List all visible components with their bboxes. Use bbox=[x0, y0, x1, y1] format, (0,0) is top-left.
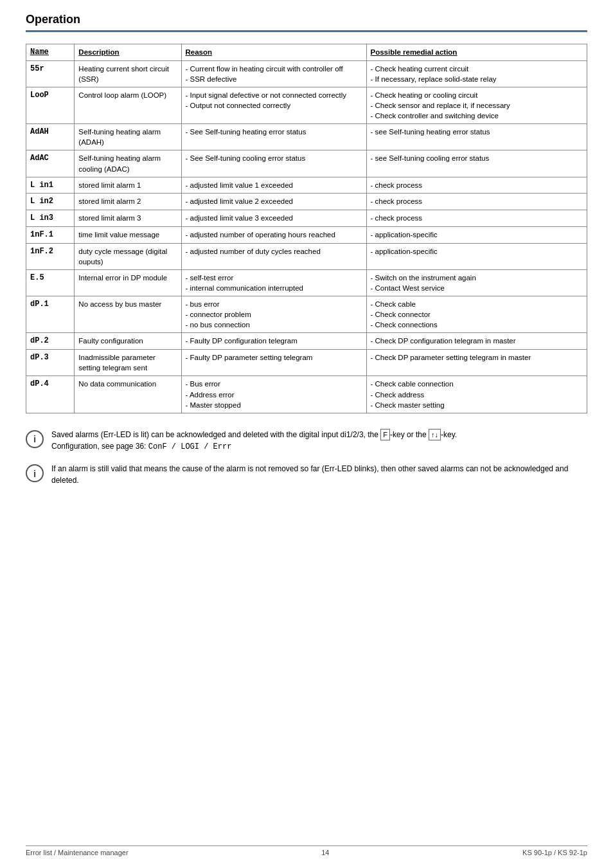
table-row: 1nF.2duty cycle message (digital ouputs)… bbox=[26, 243, 587, 269]
error-description: Heating current short circuit (SSR) bbox=[75, 60, 181, 87]
error-description: stored limit alarm 2 bbox=[75, 194, 181, 210]
error-reason: - adjusted limit value 2 exceeded bbox=[181, 194, 366, 210]
info-box: iIf an alarm is still valid that means t… bbox=[26, 463, 587, 486]
error-action: - application-specific bbox=[366, 227, 587, 244]
info-icon: i bbox=[26, 430, 44, 448]
error-description: stored limit alarm 1 bbox=[75, 177, 181, 194]
error-name: AdAH bbox=[26, 124, 75, 150]
table-row: dP.3Inadmissible parameter setting teleg… bbox=[26, 350, 587, 376]
f-key: F bbox=[380, 429, 390, 441]
error-action: - application-specific bbox=[366, 243, 587, 269]
table-row: dP.4No data communication- Bus error- Ad… bbox=[26, 376, 587, 413]
error-table: Name Description Reason Possible remedia… bbox=[26, 44, 587, 413]
error-name: dP.1 bbox=[26, 296, 75, 333]
error-reason: - See Self-tuning heating error status bbox=[181, 124, 366, 150]
error-name: dP.3 bbox=[26, 350, 75, 376]
error-name: 55r bbox=[26, 60, 75, 87]
error-description: No access by bus master bbox=[75, 296, 181, 333]
error-reason: - Bus error- Address error- Master stopp… bbox=[181, 376, 366, 413]
error-reason: - adjusted limit value 1 exceeded bbox=[181, 177, 366, 194]
info-icon: i bbox=[26, 464, 44, 482]
error-description: Control loop alarm (LOOP) bbox=[75, 87, 181, 123]
error-action: - Check DP configuration telegram in mas… bbox=[366, 333, 587, 350]
table-row: LooPControl loop alarm (LOOP)- Input sig… bbox=[26, 87, 587, 123]
error-name: L in1 bbox=[26, 177, 75, 194]
col-header-action: Possible remedial action bbox=[366, 44, 587, 61]
error-name: 1nF.2 bbox=[26, 243, 75, 269]
error-action: - Check cable- Check connector- Check co… bbox=[366, 296, 587, 333]
error-reason: - bus error- connector problem- no bus c… bbox=[181, 296, 366, 333]
error-reason: - Input signal defective or not connecte… bbox=[181, 87, 366, 123]
table-row: dP.1No access by bus master- bus error- … bbox=[26, 296, 587, 333]
error-action: - Check DP parameter setting telegram in… bbox=[366, 350, 587, 376]
error-action: - Switch on the instrument again- Contac… bbox=[366, 270, 587, 296]
error-description: Faulty configuration bbox=[75, 333, 181, 350]
table-row: AdACSelf-tuning heating alarm cooling (A… bbox=[26, 150, 587, 177]
col-header-name: Name bbox=[26, 44, 75, 61]
error-reason: - See Self-tuning cooling error status bbox=[181, 150, 366, 177]
error-description: Internal error in DP module bbox=[75, 270, 181, 296]
footer-left: Error list / Maintenance manager bbox=[26, 849, 129, 856]
error-name: dP.4 bbox=[26, 376, 75, 413]
table-row: dP.2Faulty configuration- Faulty DP conf… bbox=[26, 333, 587, 350]
table-row: AdAHSelf-tuning heating alarm (ADAH)- Se… bbox=[26, 124, 587, 150]
error-reason: - adjusted number of operating hours rea… bbox=[181, 227, 366, 244]
table-row: 1nF.1time limit value message- adjusted … bbox=[26, 227, 587, 244]
info-box: iSaved alarms (Err-LED is lit) can be ac… bbox=[26, 429, 587, 453]
col-header-description: Description bbox=[75, 44, 181, 61]
error-reason: - adjusted limit value 3 exceeded bbox=[181, 210, 366, 227]
table-row: L in3stored limit alarm 3- adjusted limi… bbox=[26, 210, 587, 227]
error-reason: - Faulty DP parameter setting telegram bbox=[181, 350, 366, 376]
error-name: LooP bbox=[26, 87, 75, 123]
error-name: AdAC bbox=[26, 150, 75, 177]
error-action: - Check heating or cooling circuit- Chec… bbox=[366, 87, 587, 123]
error-description: Self-tuning heating alarm (ADAH) bbox=[75, 124, 181, 150]
footer-right: KS 90-1p / KS 92-1p bbox=[522, 849, 587, 856]
error-description: time limit value message bbox=[75, 227, 181, 244]
page-header: Operation bbox=[26, 13, 587, 32]
error-reason: - self-test error- internal communicatio… bbox=[181, 270, 366, 296]
footer-center: 14 bbox=[321, 849, 329, 856]
table-row: L in2stored limit alarm 2- adjusted limi… bbox=[26, 194, 587, 210]
col-header-reason: Reason bbox=[181, 44, 366, 61]
error-action: - check process bbox=[366, 194, 587, 210]
error-action: - see Self-tuning heating error status bbox=[366, 124, 587, 150]
error-action: - Check heating current circuit- If nece… bbox=[366, 60, 587, 87]
error-name: 1nF.1 bbox=[26, 227, 75, 244]
error-description: Inadmissible parameter setting telegram … bbox=[75, 350, 181, 376]
error-name: L in3 bbox=[26, 210, 75, 227]
error-reason: - adjusted number of duty cycles reached bbox=[181, 243, 366, 269]
error-description: Self-tuning heating alarm cooling (ADAC) bbox=[75, 150, 181, 177]
info-text: Saved alarms (Err-LED is lit) can be ack… bbox=[51, 429, 457, 453]
error-action: - check process bbox=[366, 210, 587, 227]
error-name: L in2 bbox=[26, 194, 75, 210]
error-action: - see Self-tuning cooling error status bbox=[366, 150, 587, 177]
table-row: 55rHeating current short circuit (SSR)- … bbox=[26, 60, 587, 87]
config-text: ConF / LOGI / Errr bbox=[148, 442, 232, 451]
error-name: E.5 bbox=[26, 270, 75, 296]
error-reason: - Current flow in heating circuit with c… bbox=[181, 60, 366, 87]
error-name: dP.2 bbox=[26, 333, 75, 350]
page-footer: Error list / Maintenance manager 14 KS 9… bbox=[26, 845, 587, 856]
error-description: duty cycle message (digital ouputs) bbox=[75, 243, 181, 269]
info-text: If an alarm is still valid that means th… bbox=[51, 463, 587, 486]
error-action: - check process bbox=[366, 177, 587, 194]
error-action: - Check cable connection- Check address-… bbox=[366, 376, 587, 413]
table-row: L in1stored limit alarm 1- adjusted limi… bbox=[26, 177, 587, 194]
table-row: E.5Internal error in DP module- self-tes… bbox=[26, 270, 587, 296]
error-description: stored limit alarm 3 bbox=[75, 210, 181, 227]
page-title: Operation bbox=[26, 13, 80, 26]
error-reason: - Faulty DP configuration telegram bbox=[181, 333, 366, 350]
error-description: No data communication bbox=[75, 376, 181, 413]
r-key: ↑↓ bbox=[429, 429, 441, 441]
